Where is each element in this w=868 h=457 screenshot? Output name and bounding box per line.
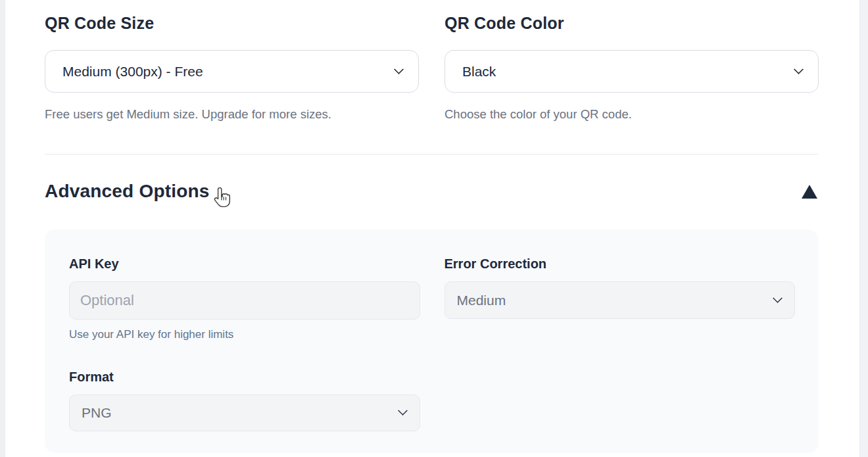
format-label: Format [69, 369, 420, 385]
format-select[interactable]: PNG [69, 395, 420, 431]
advanced-left-column: API Key Use your API key for higher limi… [69, 256, 420, 431]
qr-color-help-text: Choose the color of your QR code. [445, 107, 819, 122]
chevron-down-icon [794, 64, 804, 74]
api-key-label: API Key [69, 256, 420, 272]
error-correction-select[interactable]: Medium [445, 281, 796, 319]
qr-color-field: QR Code Color Black Choose the color of … [445, 14, 819, 122]
advanced-options-toggle[interactable]: Advanced Options [45, 180, 819, 203]
api-key-help-text: Use your API key for higher limits [69, 327, 420, 341]
qr-size-select[interactable]: Medium (300px) - Free [45, 50, 419, 93]
qr-size-heading: QR Code Size [45, 14, 419, 32]
section-divider [45, 154, 819, 155]
page-background-left-gutter [0, 0, 5, 457]
scrollbar-track[interactable] [859, 0, 868, 457]
chevron-down-icon [394, 64, 404, 74]
advanced-right-column: Error Correction Medium [445, 256, 796, 431]
api-key-input[interactable] [69, 281, 420, 320]
advanced-options-grid: API Key Use your API key for higher limi… [69, 256, 795, 431]
chevron-down-icon [773, 293, 783, 303]
qr-generator-options-section: QR Code Size Medium (300px) - Free Free … [45, 0, 819, 453]
qr-size-help-text: Free users get Medium size. Upgrade for … [45, 107, 419, 122]
chevron-down-icon [397, 406, 408, 416]
error-correction-selected-value: Medium [457, 293, 506, 308]
qr-size-selected-value: Medium (300px) - Free [62, 64, 203, 80]
qr-color-selected-value: Black [462, 64, 496, 80]
advanced-options-panel: API Key Use your API key for higher limi… [45, 229, 819, 453]
qr-size-field: QR Code Size Medium (300px) - Free Free … [45, 14, 419, 122]
qr-color-select[interactable]: Black [445, 50, 819, 93]
error-correction-label: Error Correction [445, 256, 796, 272]
size-color-row: QR Code Size Medium (300px) - Free Free … [45, 14, 819, 122]
caret-up-icon[interactable] [802, 185, 817, 199]
format-selected-value: PNG [82, 405, 112, 421]
qr-color-heading: QR Code Color [445, 14, 819, 32]
advanced-options-title: Advanced Options [45, 180, 210, 203]
